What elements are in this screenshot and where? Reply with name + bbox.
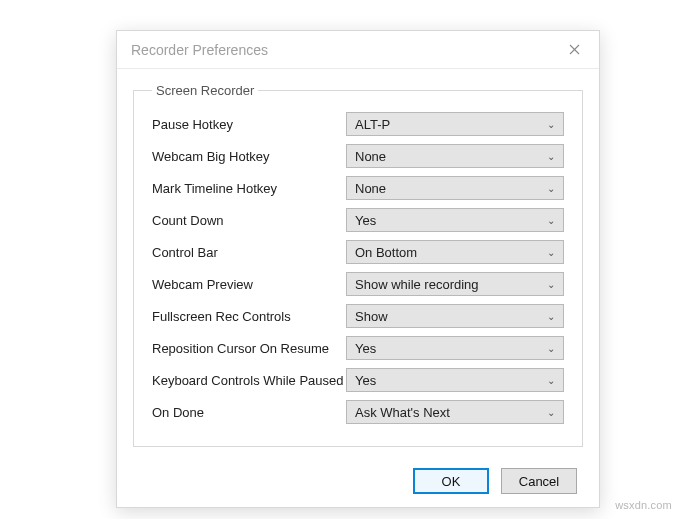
chevron-down-icon: ⌄	[547, 247, 555, 258]
chevron-down-icon: ⌄	[547, 183, 555, 194]
keyboard-controls-paused-select[interactable]: Yes ⌄	[346, 368, 564, 392]
control-bar-select[interactable]: On Bottom ⌄	[346, 240, 564, 264]
dialog-content: Screen Recorder Pause Hotkey ALT-P ⌄ Web…	[117, 69, 599, 455]
pref-row: Control Bar On Bottom ⌄	[152, 236, 564, 268]
cancel-button[interactable]: Cancel	[501, 468, 577, 494]
webcam-big-hotkey-value: None	[355, 149, 386, 164]
dialog-footer: OK Cancel	[117, 455, 599, 507]
pref-row: Fullscreen Rec Controls Show ⌄	[152, 300, 564, 332]
fullscreen-rec-controls-value: Show	[355, 309, 388, 324]
on-done-select[interactable]: Ask What's Next ⌄	[346, 400, 564, 424]
titlebar: Recorder Preferences	[117, 31, 599, 69]
reposition-cursor-value: Yes	[355, 341, 376, 356]
pref-row: Reposition Cursor On Resume Yes ⌄	[152, 332, 564, 364]
pref-row: Webcam Big Hotkey None ⌄	[152, 140, 564, 172]
pref-label-count-down: Count Down	[152, 213, 346, 228]
keyboard-controls-paused-value: Yes	[355, 373, 376, 388]
pref-row: Webcam Preview Show while recording ⌄	[152, 268, 564, 300]
window-title: Recorder Preferences	[131, 42, 268, 58]
pause-hotkey-select[interactable]: ALT-P ⌄	[346, 112, 564, 136]
pref-row: Pause Hotkey ALT-P ⌄	[152, 108, 564, 140]
count-down-value: Yes	[355, 213, 376, 228]
pref-label-control-bar: Control Bar	[152, 245, 346, 260]
pref-row: Count Down Yes ⌄	[152, 204, 564, 236]
pref-label-fullscreen-rec-controls: Fullscreen Rec Controls	[152, 309, 346, 324]
preferences-dialog: Recorder Preferences Screen Recorder Pau…	[116, 30, 600, 508]
screen-recorder-group: Screen Recorder Pause Hotkey ALT-P ⌄ Web…	[133, 83, 583, 447]
mark-timeline-hotkey-value: None	[355, 181, 386, 196]
chevron-down-icon: ⌄	[547, 343, 555, 354]
chevron-down-icon: ⌄	[547, 151, 555, 162]
pref-label-mark-timeline-hotkey: Mark Timeline Hotkey	[152, 181, 346, 196]
pref-row: Keyboard Controls While Paused Yes ⌄	[152, 364, 564, 396]
pref-row: Mark Timeline Hotkey None ⌄	[152, 172, 564, 204]
on-done-value: Ask What's Next	[355, 405, 450, 420]
close-icon	[569, 44, 580, 55]
chevron-down-icon: ⌄	[547, 311, 555, 322]
pref-label-keyboard-controls-paused: Keyboard Controls While Paused	[152, 373, 346, 388]
pref-label-webcam-preview: Webcam Preview	[152, 277, 346, 292]
pref-label-webcam-big-hotkey: Webcam Big Hotkey	[152, 149, 346, 164]
count-down-select[interactable]: Yes ⌄	[346, 208, 564, 232]
chevron-down-icon: ⌄	[547, 119, 555, 130]
watermark-text: wsxdn.com	[615, 499, 672, 511]
ok-button[interactable]: OK	[413, 468, 489, 494]
reposition-cursor-select[interactable]: Yes ⌄	[346, 336, 564, 360]
webcam-preview-select[interactable]: Show while recording ⌄	[346, 272, 564, 296]
webcam-big-hotkey-select[interactable]: None ⌄	[346, 144, 564, 168]
control-bar-value: On Bottom	[355, 245, 417, 260]
mark-timeline-hotkey-select[interactable]: None ⌄	[346, 176, 564, 200]
pref-label-pause-hotkey: Pause Hotkey	[152, 117, 346, 132]
chevron-down-icon: ⌄	[547, 279, 555, 290]
fullscreen-rec-controls-select[interactable]: Show ⌄	[346, 304, 564, 328]
chevron-down-icon: ⌄	[547, 215, 555, 226]
chevron-down-icon: ⌄	[547, 375, 555, 386]
group-legend: Screen Recorder	[152, 83, 258, 98]
pause-hotkey-value: ALT-P	[355, 117, 390, 132]
pref-label-reposition-cursor: Reposition Cursor On Resume	[152, 341, 346, 356]
chevron-down-icon: ⌄	[547, 407, 555, 418]
pref-label-on-done: On Done	[152, 405, 346, 420]
pref-row: On Done Ask What's Next ⌄	[152, 396, 564, 428]
webcam-preview-value: Show while recording	[355, 277, 479, 292]
close-button[interactable]	[563, 39, 585, 61]
